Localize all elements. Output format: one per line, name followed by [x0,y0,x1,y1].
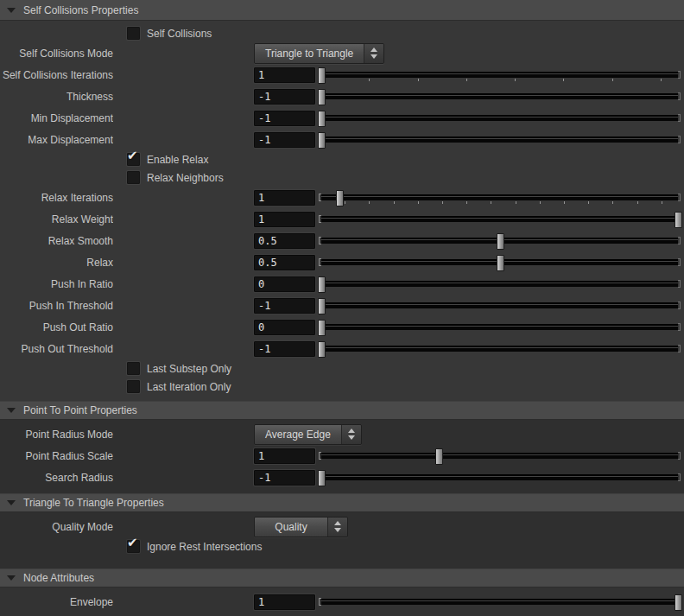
slider[interactable] [321,591,678,613]
section-header-triangle-to-triangle[interactable]: Triangle To Triangle Properties [0,493,684,512]
param-row-envelope: Envelope [0,591,684,613]
ignore-rest-intersections-checkbox[interactable] [127,540,140,553]
slider-track[interactable] [321,93,678,99]
value-input[interactable] [254,67,315,83]
param-row-push-out-threshold: Push Out Threshold [0,338,684,359]
slider[interactable] [321,107,678,129]
value-input[interactable] [254,233,315,249]
slider[interactable] [321,295,678,316]
slider-handle[interactable] [435,448,443,465]
param-label: Point Radius Mode [0,429,113,441]
value-input[interactable] [254,89,315,105]
enable-relax-checkbox[interactable] [127,153,140,166]
slider-track[interactable] [321,115,678,121]
slider[interactable] [321,208,678,230]
section-node-attributes: Node Attributes Envelope [0,568,684,615]
param-row-push-out-ratio: Push Out Ratio [0,316,684,338]
collapse-triangle-icon [7,575,16,581]
param-label: Self Collisions Mode [0,48,113,60]
param-label: Point Radius Scale [0,450,113,462]
slider-track[interactable] [321,137,678,143]
slider-ticks [321,201,676,204]
slider[interactable] [321,467,678,488]
slider[interactable] [321,273,678,295]
slider-track[interactable] [321,302,678,308]
slider[interactable] [321,86,678,107]
slider[interactable] [321,129,678,150]
param-row-max-displacement: Max Displacement [0,129,684,150]
slider-handle[interactable] [674,212,682,228]
value-input[interactable] [254,298,315,314]
section-body: Envelope [0,587,684,615]
section-title: Self Collisions Properties [23,4,138,16]
slider-track[interactable] [321,599,678,605]
slider-handle[interactable] [318,320,326,336]
last-iteration-only-checkbox[interactable] [127,380,140,393]
slider-handle[interactable] [318,111,326,127]
checkbox-label: Ignore Rest Intersections [147,541,262,553]
slider-handle[interactable] [318,132,326,149]
value-input[interactable] [254,212,315,227]
dropdown-value: Average Edge [255,425,341,444]
slider-handle[interactable] [497,233,504,250]
slider-ticks [321,79,676,81]
section-title: Node Attributes [23,572,94,584]
slider-track[interactable] [321,346,678,352]
param-row-search-radius: Search Radius [0,467,684,488]
slider[interactable] [321,187,678,208]
value-input[interactable] [254,341,315,357]
slider-handle[interactable] [318,89,326,105]
slider-handle[interactable] [318,470,326,486]
slider[interactable] [321,445,678,467]
slider-track[interactable] [321,281,678,287]
value-input[interactable] [254,255,315,270]
slider-handle[interactable] [318,298,326,314]
self-collisions-checkbox[interactable] [127,27,140,40]
slider-track[interactable] [321,453,678,459]
slider[interactable] [321,64,678,86]
slider-handle[interactable] [674,594,682,611]
slider-handle[interactable] [497,255,504,271]
slider-track[interactable] [321,216,678,222]
section-header-point-to-point[interactable]: Point To Point Properties [0,401,684,420]
slider[interactable] [321,316,678,338]
param-row-self-collisions-iterations: Self Collisions Iterations [0,64,684,86]
point-radius-mode-dropdown[interactable]: Average Edge [254,424,362,445]
slider-track[interactable] [321,72,678,78]
slider-fill [321,453,439,459]
quality-mode-dropdown[interactable]: Quality [254,517,348,537]
slider-handle[interactable] [318,276,326,293]
dropdown-value: Quality [255,518,327,537]
section-point-to-point: Point To Point Properties Point Radius M… [0,401,684,493]
slider-handle[interactable] [318,341,326,358]
slider-track[interactable] [321,324,678,330]
section-header-node-attributes[interactable]: Node Attributes [0,568,684,587]
slider[interactable] [321,251,678,273]
slider-handle[interactable] [336,190,344,206]
param-label: Search Radius [0,472,113,484]
slider-track[interactable] [321,194,678,200]
value-input[interactable] [254,594,315,610]
value-input[interactable] [254,470,315,486]
value-input[interactable] [254,111,315,126]
slider-track[interactable] [321,474,678,480]
param-row-quality-mode: Quality Mode Quality [0,516,684,537]
parameter-panel: Self Collisions Properties Self Collisio… [0,0,684,616]
slider-handle[interactable] [318,67,326,84]
value-input[interactable] [254,132,315,148]
slider[interactable] [321,338,678,359]
section-header-self-collisions[interactable]: Self Collisions Properties [0,0,684,21]
checkmark-icon [127,148,138,163]
value-input[interactable] [254,276,315,292]
slider[interactable] [321,230,678,251]
value-input[interactable] [254,190,315,206]
relax-neighbors-checkbox[interactable] [127,171,140,184]
value-input[interactable] [254,448,315,464]
param-label: Relax Weight [0,213,113,225]
param-row-enable-relax: Enable Relax [0,150,684,168]
param-label: Min Displacement [0,112,113,124]
param-row-self-collisions: Self Collisions [0,24,684,42]
value-input[interactable] [254,320,315,335]
self-collisions-mode-dropdown[interactable]: Triangle to Triangle [254,43,384,64]
last-substep-only-checkbox[interactable] [127,362,140,375]
